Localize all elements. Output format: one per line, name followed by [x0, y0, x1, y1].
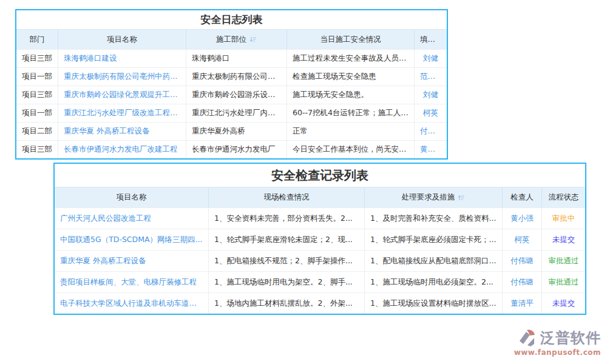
safety-check-table-title: 安全检查记录列表: [55, 164, 585, 187]
situation-cell: 施工现场无安全隐患。: [287, 86, 414, 104]
safety-check-header-row: 项目名称 现场检查情况 处理要求及措施 检查人 流程状态: [55, 187, 585, 207]
measures-cell: 1、施工现场应设置材料临时摆放区...: [364, 293, 502, 314]
inspection-cell: 1、轮式脚手架底座滑轮未固定；2、现...: [208, 229, 364, 250]
project-link-cell[interactable]: 贵阳项目样板间、大堂、电梯厅装修工程: [55, 272, 208, 292]
writer-cell[interactable]: 柯英: [414, 104, 447, 122]
sort-icon[interactable]: [249, 36, 257, 43]
fanpu-logo: 泛普软件 www.fanpusoft.com: [510, 328, 601, 357]
table-row: 项目三部 重庆市鹅岭公园绿化景观提升工程施工 重庆市鹅岭公园游乐设施处 施工现场…: [16, 86, 447, 104]
situation-cell: 检查施工现场无安全隐患: [287, 68, 414, 86]
location-cell: 重庆市鹅岭公园游乐设施处: [186, 86, 287, 104]
table-row: 项目一部 重庆太极制药有限公司亳州中药材仓... 重庆太极制药有限公司亳州...…: [16, 67, 447, 86]
column-header-project: 项目名称: [58, 30, 186, 49]
project-link-cell[interactable]: 重庆华夏 外高桥工程设备: [55, 251, 208, 271]
dept-cell: 项目二部: [16, 123, 58, 140]
project-link-cell[interactable]: 长春市伊通河水力发电厂改建工程: [58, 141, 186, 158]
project-link-cell[interactable]: 重庆江北污水处理厂级改造工程-道路...: [58, 104, 186, 122]
project-link-cell[interactable]: 珠海鹤港口建设: [58, 50, 186, 67]
situation-cell: 60--7挖机4台运转正常；施工人员无违...: [287, 104, 414, 122]
measures-cell: 1、及时完善和补充安全、质检资料...: [364, 208, 502, 229]
inspection-cell: 1、安全资料未完善，部分资料丢失。2...: [208, 208, 364, 229]
column-header-writer: 填写人: [414, 30, 447, 49]
measures-cell: 1、配电箱接线应从配电箱底部洞口...: [364, 251, 502, 271]
project-link-cell[interactable]: 重庆市鹅岭公园绿化景观提升工程施工: [58, 86, 186, 104]
project-link-cell[interactable]: 中国联通5G（TD-SCDMA）网络三期四...: [55, 229, 208, 250]
project-link-cell[interactable]: 重庆华夏 外高桥工程设备: [58, 123, 186, 140]
measures-cell: 1、施工现场临时用电必须架空。2...: [364, 272, 502, 292]
inspection-cell: 1、施工现场临时用电为架空。2、脚手...: [208, 272, 364, 292]
project-link-cell[interactable]: 广州天河人民公园改造工程: [55, 208, 208, 229]
status-badge: 未提交: [541, 229, 585, 250]
dept-cell: 项目一部: [16, 104, 58, 122]
location-cell: 重庆江北污水处理厂内部道路: [186, 104, 287, 122]
column-header-inspection: 现场检查情况: [208, 187, 364, 207]
table-row: 项目三部 长春市伊通河水力发电厂改建工程 长春市伊通河水力发电厂 今日安全工作基…: [16, 140, 447, 158]
fanpu-logo-url: www.fanpusoft.com: [514, 348, 601, 357]
situation-cell: 正常: [287, 123, 414, 140]
inspection-cell: 1、场地内施工材料乱摆乱放。2、外架...: [208, 293, 364, 314]
writer-cell[interactable]: 黄小强: [414, 141, 447, 158]
dept-cell: 项目三部: [16, 141, 58, 158]
location-cell: 长春市伊通河水力发电厂: [186, 141, 287, 158]
inspection-cell: 1、配电箱接线不规范；2、脚手架操作...: [208, 251, 364, 271]
fanpu-logo-text: 泛普软件: [540, 328, 601, 348]
table-row: 中国联通5G（TD-SCDMA）网络三期四... 1、轮式脚手架底座滑轮未固定；…: [55, 229, 585, 250]
column-header-location[interactable]: 施工部位: [186, 30, 287, 49]
dept-cell: 项目三部: [16, 86, 58, 104]
column-header-project: 项目名称: [55, 187, 208, 207]
measures-cell: 1、轮式脚手架底座必须固定卡死；...: [364, 229, 502, 250]
inspector-cell[interactable]: 董清平: [502, 293, 541, 314]
inspector-cell[interactable]: 柯英: [502, 229, 541, 250]
table-row: 广州天河人民公园改造工程 1、安全资料未完善，部分资料丢失。2... 1、及时完…: [55, 207, 585, 229]
project-link-cell[interactable]: 电子科技大学区域人行道及非机动车道工...: [55, 293, 208, 314]
writer-cell[interactable]: 刘健: [414, 50, 447, 67]
column-header-measures[interactable]: 处理要求及措施: [364, 187, 502, 207]
safety-log-table-title: 安全日志列表: [16, 10, 447, 29]
table-row: 贵阳项目样板间、大堂、电梯厅装修工程 1、施工现场临时用电为架空。2、脚手...…: [55, 271, 585, 292]
writer-cell[interactable]: 刘健: [414, 86, 447, 104]
writer-cell[interactable]: 范思哲: [414, 68, 447, 86]
table-row: 项目三部 珠海鹤港口建设 珠海鹤港口 施工过程未发生安全事故及人员受伤情况 刘健: [16, 49, 447, 67]
safety-log-header-row: 部门 项目名称 施工部位 当日施工安全情况 填写人: [16, 29, 447, 49]
column-header-situation: 当日施工安全情况: [287, 30, 414, 49]
table-row: 重庆华夏 外高桥工程设备 1、配电箱接线不规范；2、脚手架操作... 1、配电箱…: [55, 250, 585, 271]
table-row: 项目二部 重庆华夏 外高桥工程设备 重庆华夏外高桥 正常 付伟璐: [16, 122, 447, 140]
situation-cell: 施工过程未发生安全事故及人员受伤情况: [287, 50, 414, 67]
dept-cell: 项目三部: [16, 50, 58, 67]
inspector-cell[interactable]: 黄小强: [502, 208, 541, 229]
situation-cell: 今日安全工作基本到位，尚无安全隐患...: [287, 141, 414, 158]
safety-log-table: 安全日志列表 部门 项目名称 施工部位 当日施工安全情况 填写人 项目三部 珠海…: [15, 9, 448, 160]
status-badge: 审批通过: [541, 251, 585, 271]
writer-cell[interactable]: 付伟璐: [414, 123, 447, 140]
safety-check-table: 安全检查记录列表 项目名称 现场检查情况 处理要求及措施 检查人 流程状态 广州…: [53, 163, 586, 315]
column-header-dept: 部门: [16, 30, 58, 49]
table-row: 电子科技大学区域人行道及非机动车道工... 1、场地内施工材料乱摆乱放。2、外架…: [55, 292, 585, 314]
fanpu-logo-icon: [517, 328, 538, 348]
dept-cell: 项目一部: [16, 68, 58, 86]
table-row: 项目一部 重庆江北污水处理厂级改造工程-道路... 重庆江北污水处理厂内部道路 …: [16, 104, 447, 122]
location-cell: 重庆太极制药有限公司亳州...: [186, 68, 287, 86]
location-cell: 重庆华夏外高桥: [186, 123, 287, 140]
status-badge: 未提交: [541, 293, 585, 314]
project-link-cell[interactable]: 重庆太极制药有限公司亳州中药材仓...: [58, 68, 186, 86]
status-badge: 审批中: [541, 208, 585, 229]
inspector-cell[interactable]: 付伟璐: [502, 251, 541, 271]
column-header-inspector: 检查人: [502, 187, 541, 207]
location-cell: 珠海鹤港口: [186, 50, 287, 67]
status-badge: 审批通过: [541, 272, 585, 292]
sort-icon[interactable]: [458, 194, 465, 201]
column-header-status: 流程状态: [541, 187, 585, 207]
inspector-cell[interactable]: 付伟璐: [502, 272, 541, 292]
